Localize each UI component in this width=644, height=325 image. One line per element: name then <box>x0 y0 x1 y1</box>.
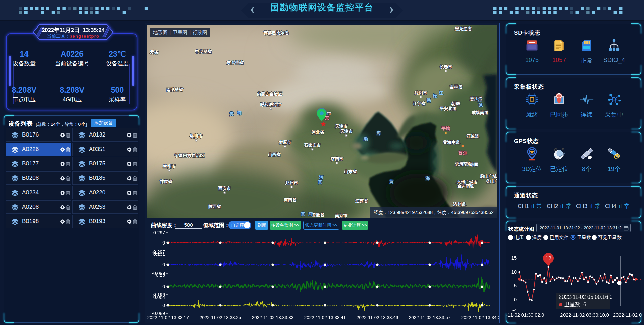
svg-text:南戈壁省: 南戈壁省 <box>166 87 183 92</box>
svg-text:渤: 渤 <box>363 137 368 141</box>
svg-text:江: 江 <box>439 91 443 95</box>
svg-text:南京市: 南京市 <box>335 213 348 218</box>
svg-text:沈阳市: 沈阳市 <box>414 91 427 95</box>
svg-text:辽宁省: 辽宁省 <box>413 101 426 106</box>
svg-text:鸭: 鸭 <box>427 98 431 103</box>
svg-text:河: 河 <box>308 212 313 216</box>
svg-text:河南省: 河南省 <box>283 198 297 202</box>
svg-text:蔚山广域市: 蔚山广域市 <box>480 174 497 179</box>
svg-text:海: 海 <box>376 131 381 136</box>
svg-text:东戈壁省: 东戈壁省 <box>226 60 244 65</box>
svg-text:呼和浩特市: 呼和浩特市 <box>260 102 281 107</box>
svg-text:安徽省: 安徽省 <box>312 213 324 217</box>
svg-text:山东省: 山东省 <box>344 169 357 174</box>
svg-text:银川市: 银川市 <box>190 134 203 139</box>
svg-text:中戈壁省: 中戈壁省 <box>195 49 212 54</box>
svg-text:苏赫巴托尔省: 苏赫巴托尔省 <box>263 31 289 35</box>
svg-text:江: 江 <box>477 98 482 103</box>
svg-text:韩国: 韩国 <box>470 162 478 167</box>
svg-text:江原道: 江原道 <box>466 134 479 139</box>
svg-text:内蒙古自治区: 内蒙古自治区 <box>257 92 282 96</box>
svg-text:黄: 黄 <box>229 112 234 116</box>
svg-text:济南市: 济南市 <box>330 157 343 161</box>
svg-text:郑州市: 郑州市 <box>285 181 298 185</box>
svg-text:绿: 绿 <box>433 94 437 98</box>
svg-text:首尔: 首尔 <box>458 150 467 155</box>
svg-text:山西省: 山西省 <box>268 152 281 157</box>
svg-text:黄: 黄 <box>318 180 322 184</box>
svg-text:陕西省: 陕西省 <box>208 204 221 209</box>
svg-text:朝鲜: 朝鲜 <box>451 101 460 106</box>
svg-text:太原市: 太原市 <box>278 140 291 145</box>
svg-text:爱省: 爱省 <box>150 50 159 55</box>
svg-text:釜山广域市: 釜山广域市 <box>486 179 497 184</box>
svg-text:天津市: 天津市 <box>335 124 348 129</box>
svg-text:济州道: 济州道 <box>453 202 466 207</box>
svg-text:全罗南道: 全罗南道 <box>457 184 474 188</box>
svg-text:忠清南道: 忠清南道 <box>454 162 472 166</box>
svg-text:海: 海 <box>425 176 430 181</box>
svg-text:甘肃省: 甘肃省 <box>159 179 172 184</box>
svg-text:吉林省: 吉林省 <box>450 85 463 89</box>
svg-text:石家庄市: 石家庄市 <box>304 143 321 148</box>
svg-text:江苏省: 江苏省 <box>355 199 368 203</box>
svg-text:黄: 黄 <box>389 179 394 184</box>
svg-text:黑龙江省: 黑龙江省 <box>455 26 472 31</box>
svg-text:平安北道: 平安北道 <box>440 106 457 111</box>
svg-text:咸镜南道: 咸镜南道 <box>471 110 489 115</box>
svg-text:宁夏回族自治区: 宁夏回族自治区 <box>174 153 204 158</box>
svg-text:天津市: 天津市 <box>340 129 353 134</box>
svg-text:西安市: 西安市 <box>218 186 231 191</box>
svg-text:长春市: 长春市 <box>440 65 452 69</box>
svg-text:兰州市: 兰州市 <box>163 164 176 169</box>
svg-text:河北省: 河北省 <box>311 130 324 135</box>
svg-text:黄: 黄 <box>301 212 305 216</box>
svg-text:黄海南道: 黄海南道 <box>443 140 460 145</box>
svg-text:河: 河 <box>319 175 323 180</box>
svg-text:佩: 佩 <box>478 103 483 107</box>
svg-text:河: 河 <box>237 111 241 115</box>
svg-text:平壤: 平壤 <box>441 126 450 131</box>
